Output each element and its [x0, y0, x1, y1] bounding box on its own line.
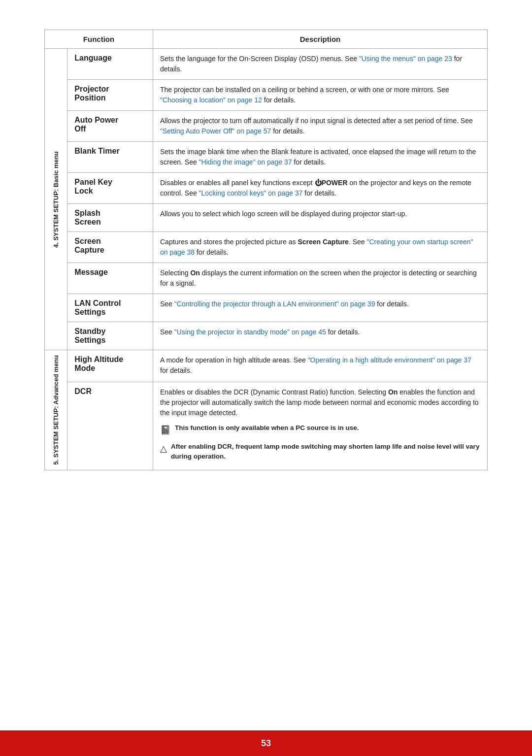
lan-control-link[interactable]: "Controlling the projector through a LAN… — [174, 300, 375, 308]
function-cell-message: Message — [67, 263, 153, 294]
desc-cell-language: Sets the language for the On-Screen Disp… — [153, 49, 488, 80]
section2-label: 5. SYSTEM SETUP: Advanced menu — [45, 350, 67, 470]
table-row: 5. SYSTEM SETUP: Advanced menu High Alti… — [45, 350, 488, 382]
panel-key-lock-link[interactable]: "Locking control keys" on page 37 — [199, 189, 303, 197]
desc-cell-lan-control: See "Controlling the projector through a… — [153, 294, 488, 322]
function-cell-screen-capture: ScreenCapture — [67, 232, 153, 263]
function-cell-auto-power-off: Auto PowerOff — [67, 111, 153, 142]
desc-cell-blank-timer: Sets the image blank time when the Blank… — [153, 142, 488, 173]
auto-power-off-link[interactable]: "Setting Auto Power Off" on page 57 — [160, 127, 271, 135]
table-row: ScreenCapture Captures and stores the pr… — [45, 232, 488, 263]
table-row: SplashScreen Allows you to select which … — [45, 204, 488, 232]
function-cell-language: Language — [67, 49, 153, 80]
table-row: LAN ControlSettings See "Controlling the… — [45, 294, 488, 322]
function-cell-lan-control: LAN ControlSettings — [67, 294, 153, 322]
dcr-note2: △ After enabling DCR, frequent lamp mode… — [160, 442, 480, 462]
language-link[interactable]: "Using the menus" on page 23 — [359, 55, 452, 63]
page-number: 53 — [261, 738, 271, 749]
desc-cell-projector-position: The projector can be installed on a ceil… — [153, 80, 488, 111]
section1-label: 4. SYSTEM SETUP: Basic menu — [45, 49, 67, 350]
page-container: Function Description 4. SYSTEM SETUP: Ba… — [0, 0, 532, 756]
table-header-row: Function Description — [45, 30, 488, 49]
table-row: DCR Enables or disables the DCR (Dynamic… — [45, 382, 488, 470]
desc-cell-screen-capture: Captures and stores the projected pictur… — [153, 232, 488, 263]
main-table: Function Description 4. SYSTEM SETUP: Ba… — [44, 30, 488, 470]
function-cell-standby-settings: StandbySettings — [67, 322, 153, 350]
desc-cell-message: Selecting On displays the current inform… — [153, 263, 488, 294]
blank-timer-link[interactable]: "Hiding the image" on page 37 — [199, 158, 292, 166]
content-area: Function Description 4. SYSTEM SETUP: Ba… — [44, 30, 488, 470]
desc-cell-high-altitude: A mode for operation in high altitude ar… — [153, 350, 488, 382]
function-cell-blank-timer: Blank Timer — [67, 142, 153, 173]
desc-cell-dcr: Enables or disables the DCR (Dynamic Con… — [153, 382, 488, 470]
table-row: Panel KeyLock Disables or enables all pa… — [45, 173, 488, 204]
table-row: Auto PowerOff Allows the projector to tu… — [45, 111, 488, 142]
function-cell-panel-key-lock: Panel KeyLock — [67, 173, 153, 204]
function-cell-high-altitude: High AltitudeMode — [67, 350, 153, 382]
note-icon: 📓 — [160, 424, 171, 437]
desc-cell-panel-key-lock: Disables or enables all panel key functi… — [153, 173, 488, 204]
standby-settings-link[interactable]: "Using the projector in standby mode" on… — [174, 328, 326, 336]
function-cell-projector-position: ProjectorPosition — [67, 80, 153, 111]
desc-cell-standby-settings: See "Using the projector in standby mode… — [153, 322, 488, 350]
high-altitude-link[interactable]: "Operating in a high altitude environmen… — [308, 356, 471, 364]
function-cell-splash-screen: SplashScreen — [67, 204, 153, 232]
warning-icon: △ — [160, 442, 167, 456]
function-header: Function — [45, 30, 153, 49]
table-row: ProjectorPosition The projector can be i… — [45, 80, 488, 111]
table-row: Message Selecting On displays the curren… — [45, 263, 488, 294]
projector-position-link[interactable]: "Choosing a location" on page 12 — [160, 96, 262, 104]
table-row: StandbySettings See "Using the projector… — [45, 322, 488, 350]
desc-cell-auto-power-off: Allows the projector to turn off automat… — [153, 111, 488, 142]
desc-cell-splash-screen: Allows you to select which logo screen w… — [153, 204, 488, 232]
page-footer: 53 — [0, 730, 532, 756]
description-header: Description — [153, 30, 488, 49]
function-cell-dcr: DCR — [67, 382, 153, 470]
dcr-note1: 📓 This function is only available when a… — [160, 423, 480, 437]
table-row: Blank Timer Sets the image blank time wh… — [45, 142, 488, 173]
table-row: 4. SYSTEM SETUP: Basic menu Language Set… — [45, 49, 488, 80]
power-icon: ⏻POWER — [315, 179, 348, 187]
